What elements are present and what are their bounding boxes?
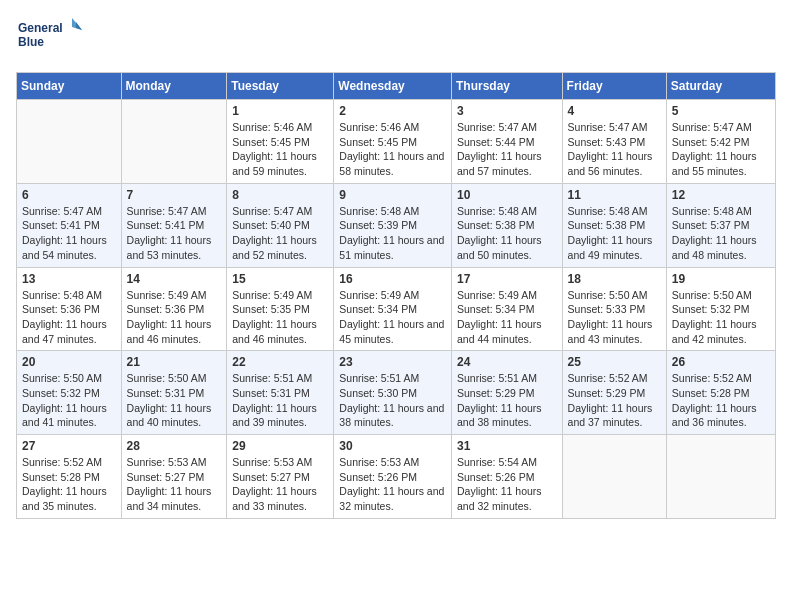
day-info: Sunrise: 5:52 AMSunset: 5:29 PMDaylight:…	[568, 371, 661, 430]
day-number: 4	[568, 104, 661, 118]
weekday-header: Saturday	[666, 73, 775, 100]
calendar-cell: 15Sunrise: 5:49 AMSunset: 5:35 PMDayligh…	[227, 267, 334, 351]
calendar-cell: 18Sunrise: 5:50 AMSunset: 5:33 PMDayligh…	[562, 267, 666, 351]
day-info: Sunrise: 5:48 AMSunset: 5:38 PMDaylight:…	[457, 204, 557, 263]
svg-text:General: General	[18, 21, 63, 35]
day-info: Sunrise: 5:52 AMSunset: 5:28 PMDaylight:…	[22, 455, 116, 514]
weekday-header: Tuesday	[227, 73, 334, 100]
page-header: General Blue	[16, 16, 776, 60]
weekday-header-row: SundayMondayTuesdayWednesdayThursdayFrid…	[17, 73, 776, 100]
calendar-cell	[666, 435, 775, 519]
day-info: Sunrise: 5:46 AMSunset: 5:45 PMDaylight:…	[232, 120, 328, 179]
day-number: 23	[339, 355, 446, 369]
calendar-cell: 28Sunrise: 5:53 AMSunset: 5:27 PMDayligh…	[121, 435, 227, 519]
day-info: Sunrise: 5:47 AMSunset: 5:42 PMDaylight:…	[672, 120, 770, 179]
day-info: Sunrise: 5:47 AMSunset: 5:41 PMDaylight:…	[22, 204, 116, 263]
day-info: Sunrise: 5:53 AMSunset: 5:27 PMDaylight:…	[232, 455, 328, 514]
calendar-week-row: 27Sunrise: 5:52 AMSunset: 5:28 PMDayligh…	[17, 435, 776, 519]
day-number: 31	[457, 439, 557, 453]
day-info: Sunrise: 5:49 AMSunset: 5:35 PMDaylight:…	[232, 288, 328, 347]
day-info: Sunrise: 5:47 AMSunset: 5:44 PMDaylight:…	[457, 120, 557, 179]
calendar-cell: 27Sunrise: 5:52 AMSunset: 5:28 PMDayligh…	[17, 435, 122, 519]
day-number: 3	[457, 104, 557, 118]
day-number: 8	[232, 188, 328, 202]
day-number: 24	[457, 355, 557, 369]
day-info: Sunrise: 5:49 AMSunset: 5:34 PMDaylight:…	[339, 288, 446, 347]
day-info: Sunrise: 5:49 AMSunset: 5:34 PMDaylight:…	[457, 288, 557, 347]
calendar-cell: 8Sunrise: 5:47 AMSunset: 5:40 PMDaylight…	[227, 183, 334, 267]
day-number: 27	[22, 439, 116, 453]
day-number: 30	[339, 439, 446, 453]
day-info: Sunrise: 5:50 AMSunset: 5:32 PMDaylight:…	[22, 371, 116, 430]
day-info: Sunrise: 5:47 AMSunset: 5:43 PMDaylight:…	[568, 120, 661, 179]
weekday-header: Monday	[121, 73, 227, 100]
day-number: 15	[232, 272, 328, 286]
calendar-week-row: 20Sunrise: 5:50 AMSunset: 5:32 PMDayligh…	[17, 351, 776, 435]
day-info: Sunrise: 5:47 AMSunset: 5:41 PMDaylight:…	[127, 204, 222, 263]
calendar-cell: 21Sunrise: 5:50 AMSunset: 5:31 PMDayligh…	[121, 351, 227, 435]
calendar-cell: 29Sunrise: 5:53 AMSunset: 5:27 PMDayligh…	[227, 435, 334, 519]
calendar-cell: 11Sunrise: 5:48 AMSunset: 5:38 PMDayligh…	[562, 183, 666, 267]
calendar-cell	[17, 100, 122, 184]
weekday-header: Friday	[562, 73, 666, 100]
day-info: Sunrise: 5:49 AMSunset: 5:36 PMDaylight:…	[127, 288, 222, 347]
day-number: 10	[457, 188, 557, 202]
calendar-cell: 30Sunrise: 5:53 AMSunset: 5:26 PMDayligh…	[334, 435, 452, 519]
calendar-cell: 10Sunrise: 5:48 AMSunset: 5:38 PMDayligh…	[451, 183, 562, 267]
calendar-cell: 2Sunrise: 5:46 AMSunset: 5:45 PMDaylight…	[334, 100, 452, 184]
day-number: 19	[672, 272, 770, 286]
calendar-cell: 9Sunrise: 5:48 AMSunset: 5:39 PMDaylight…	[334, 183, 452, 267]
day-number: 1	[232, 104, 328, 118]
day-number: 5	[672, 104, 770, 118]
calendar-cell: 16Sunrise: 5:49 AMSunset: 5:34 PMDayligh…	[334, 267, 452, 351]
calendar-cell: 31Sunrise: 5:54 AMSunset: 5:26 PMDayligh…	[451, 435, 562, 519]
day-number: 7	[127, 188, 222, 202]
day-number: 6	[22, 188, 116, 202]
day-info: Sunrise: 5:50 AMSunset: 5:31 PMDaylight:…	[127, 371, 222, 430]
day-number: 28	[127, 439, 222, 453]
calendar-cell: 23Sunrise: 5:51 AMSunset: 5:30 PMDayligh…	[334, 351, 452, 435]
day-number: 22	[232, 355, 328, 369]
day-info: Sunrise: 5:48 AMSunset: 5:36 PMDaylight:…	[22, 288, 116, 347]
calendar-cell: 25Sunrise: 5:52 AMSunset: 5:29 PMDayligh…	[562, 351, 666, 435]
day-number: 17	[457, 272, 557, 286]
weekday-header: Thursday	[451, 73, 562, 100]
day-number: 25	[568, 355, 661, 369]
calendar-cell: 6Sunrise: 5:47 AMSunset: 5:41 PMDaylight…	[17, 183, 122, 267]
day-number: 18	[568, 272, 661, 286]
calendar-cell	[121, 100, 227, 184]
day-number: 14	[127, 272, 222, 286]
calendar-cell: 19Sunrise: 5:50 AMSunset: 5:32 PMDayligh…	[666, 267, 775, 351]
calendar-cell: 4Sunrise: 5:47 AMSunset: 5:43 PMDaylight…	[562, 100, 666, 184]
day-number: 13	[22, 272, 116, 286]
calendar-cell: 24Sunrise: 5:51 AMSunset: 5:29 PMDayligh…	[451, 351, 562, 435]
calendar-cell: 26Sunrise: 5:52 AMSunset: 5:28 PMDayligh…	[666, 351, 775, 435]
calendar-cell: 14Sunrise: 5:49 AMSunset: 5:36 PMDayligh…	[121, 267, 227, 351]
day-info: Sunrise: 5:50 AMSunset: 5:33 PMDaylight:…	[568, 288, 661, 347]
calendar-cell: 5Sunrise: 5:47 AMSunset: 5:42 PMDaylight…	[666, 100, 775, 184]
calendar-cell: 13Sunrise: 5:48 AMSunset: 5:36 PMDayligh…	[17, 267, 122, 351]
day-info: Sunrise: 5:51 AMSunset: 5:29 PMDaylight:…	[457, 371, 557, 430]
day-info: Sunrise: 5:48 AMSunset: 5:37 PMDaylight:…	[672, 204, 770, 263]
day-info: Sunrise: 5:51 AMSunset: 5:31 PMDaylight:…	[232, 371, 328, 430]
day-number: 11	[568, 188, 661, 202]
day-number: 21	[127, 355, 222, 369]
day-info: Sunrise: 5:48 AMSunset: 5:39 PMDaylight:…	[339, 204, 446, 263]
day-info: Sunrise: 5:47 AMSunset: 5:40 PMDaylight:…	[232, 204, 328, 263]
day-info: Sunrise: 5:52 AMSunset: 5:28 PMDaylight:…	[672, 371, 770, 430]
day-info: Sunrise: 5:53 AMSunset: 5:26 PMDaylight:…	[339, 455, 446, 514]
day-number: 16	[339, 272, 446, 286]
calendar-table: SundayMondayTuesdayWednesdayThursdayFrid…	[16, 72, 776, 519]
day-number: 29	[232, 439, 328, 453]
day-number: 20	[22, 355, 116, 369]
calendar-week-row: 1Sunrise: 5:46 AMSunset: 5:45 PMDaylight…	[17, 100, 776, 184]
day-info: Sunrise: 5:50 AMSunset: 5:32 PMDaylight:…	[672, 288, 770, 347]
day-number: 2	[339, 104, 446, 118]
calendar-week-row: 6Sunrise: 5:47 AMSunset: 5:41 PMDaylight…	[17, 183, 776, 267]
calendar-cell: 7Sunrise: 5:47 AMSunset: 5:41 PMDaylight…	[121, 183, 227, 267]
day-number: 12	[672, 188, 770, 202]
weekday-header: Sunday	[17, 73, 122, 100]
calendar-cell: 3Sunrise: 5:47 AMSunset: 5:44 PMDaylight…	[451, 100, 562, 184]
day-number: 26	[672, 355, 770, 369]
calendar-week-row: 13Sunrise: 5:48 AMSunset: 5:36 PMDayligh…	[17, 267, 776, 351]
